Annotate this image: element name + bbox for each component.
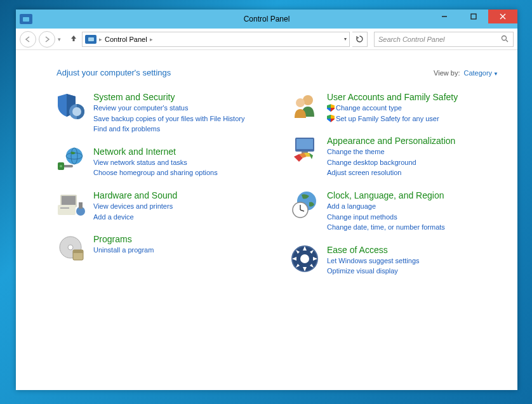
- link-label: Set up Family Safety for any user: [336, 115, 439, 122]
- programs-icon: [57, 233, 86, 263]
- link-label: Add a device: [93, 213, 134, 221]
- ease-of-access-icon: [290, 244, 319, 273]
- back-button[interactable]: [20, 31, 36, 48]
- category-title-network-and-internet[interactable]: Network and Internet: [93, 146, 265, 157]
- clock-language-and-region-icon: [290, 190, 319, 219]
- category-body: User Accounts and Family SafetyChange ac…: [327, 91, 498, 124]
- link-let-windows-suggest-settings[interactable]: Let Windows suggest settings: [327, 256, 498, 266]
- category-title-hardware-and-sound[interactable]: Hardware and Sound: [93, 190, 265, 201]
- category-body: Appearance and PersonalizationChange the…: [327, 135, 498, 178]
- link-change-the-theme[interactable]: Change the theme: [327, 147, 498, 157]
- category-body: Network and InternetView network status …: [93, 146, 265, 178]
- forward-button[interactable]: [39, 31, 55, 48]
- link-label: Uninstall a program: [93, 246, 154, 254]
- link-change-input-methods[interactable]: Change input methods: [327, 212, 498, 223]
- svg-rect-19: [79, 202, 83, 209]
- category-network-and-internet: Network and InternetView network status …: [57, 146, 265, 178]
- link-set-up-family-safety-for-any-user[interactable]: Set up Family Safety for any user: [327, 114, 498, 124]
- viewby-value[interactable]: Category: [463, 69, 492, 77]
- right-column: User Accounts and Family SafetyChange ac…: [290, 91, 498, 277]
- category-system-and-security: System and SecurityReview your computer'…: [57, 91, 265, 134]
- svg-point-8: [66, 148, 83, 164]
- link-label: Choose homegroup and sharing options: [93, 169, 218, 176]
- link-optimize-visual-display[interactable]: Optimize visual display: [327, 266, 498, 277]
- link-change-date-time-or-number-formats[interactable]: Change date, time, or number formats: [327, 222, 498, 233]
- category-hardware-and-sound: Hardware and SoundView devices and print…: [57, 190, 265, 222]
- svg-rect-28: [296, 139, 313, 149]
- link-label: Change account type: [336, 104, 402, 112]
- viewby-dropdown-icon[interactable]: ▼: [493, 71, 498, 77]
- link-label: View devices and printers: [93, 202, 173, 210]
- link-change-account-type[interactable]: Change account type: [327, 103, 498, 114]
- window-controls: [430, 10, 517, 23]
- category-title-system-and-security[interactable]: System and Security: [93, 91, 265, 103]
- titlebar[interactable]: Control Panel: [16, 10, 517, 29]
- svg-point-7: [72, 107, 81, 116]
- svg-point-4: [502, 36, 507, 41]
- link-label: Let Windows suggest settings: [327, 257, 420, 264]
- maximize-button[interactable]: [459, 10, 488, 23]
- breadcrumb-sep[interactable]: ▸: [150, 36, 153, 42]
- link-add-a-device[interactable]: Add a device: [93, 212, 265, 223]
- link-change-desktop-background[interactable]: Change desktop background: [327, 157, 498, 168]
- control-panel-window: Control Panel ▾ ▸ Control Panel: [16, 10, 517, 390]
- breadcrumb-root[interactable]: Control Panel: [105, 36, 147, 43]
- category-body: Hardware and SoundView devices and print…: [93, 190, 265, 222]
- link-review-your-computer-s-status[interactable]: Review your computer's status: [93, 103, 265, 114]
- appearance-and-personalization-icon: [290, 135, 319, 164]
- hardware-and-sound-icon: [57, 190, 86, 219]
- address-dropdown[interactable]: ▾: [344, 36, 347, 42]
- link-uninstall-a-program[interactable]: Uninstall a program: [93, 245, 265, 256]
- search-icon: [501, 35, 509, 43]
- system-and-security-icon: [57, 91, 86, 121]
- category-title-programs[interactable]: Programs: [93, 233, 265, 245]
- svg-rect-1: [471, 14, 476, 19]
- link-label: Change desktop background: [327, 159, 416, 166]
- content-area: Adjust your computer's settings View by:…: [16, 50, 517, 390]
- category-body: ProgramsUninstall a program: [93, 233, 265, 263]
- category-programs: ProgramsUninstall a program: [57, 233, 265, 263]
- navbar: ▾ ▸ Control Panel ▸ ▾ Search Control Pan…: [16, 29, 517, 50]
- link-add-a-language[interactable]: Add a language: [327, 201, 498, 212]
- control-panel-icon: [85, 35, 96, 44]
- category-title-appearance-and-personalization[interactable]: Appearance and Personalization: [327, 135, 498, 147]
- minimize-button[interactable]: [430, 10, 459, 23]
- svg-point-37: [300, 254, 309, 263]
- link-adjust-screen-resolution[interactable]: Adjust screen resolution: [327, 167, 498, 178]
- left-column: System and SecurityReview your computer'…: [57, 91, 265, 277]
- link-save-backup-copies-of-your-files-with-file-history[interactable]: Save backup copies of your files with Fi…: [93, 114, 265, 124]
- uac-shield-icon: [327, 115, 335, 122]
- svg-rect-16: [58, 205, 76, 215]
- link-label: Change the theme: [327, 148, 385, 155]
- link-label: Add a language: [327, 202, 376, 210]
- page-heading: Adjust your computer's settings: [57, 68, 171, 77]
- search-input[interactable]: Search Control Panel: [374, 32, 514, 47]
- categories-grid: System and SecurityReview your computer'…: [57, 91, 498, 277]
- link-choose-homegroup-and-sharing-options[interactable]: Choose homegroup and sharing options: [93, 167, 265, 178]
- link-label: Review your computer's status: [93, 104, 188, 112]
- category-ease-of-access: Ease of AccessLet Windows suggest settin…: [290, 244, 498, 277]
- link-label: Change input methods: [327, 213, 397, 221]
- svg-point-13: [60, 165, 62, 167]
- category-title-clock-language-and-region[interactable]: Clock, Language, and Region: [327, 190, 498, 201]
- close-button[interactable]: [488, 10, 517, 23]
- address-bar[interactable]: ▸ Control Panel ▸ ▾: [82, 32, 350, 47]
- svg-rect-17: [60, 207, 69, 209]
- category-appearance-and-personalization: Appearance and PersonalizationChange the…: [290, 135, 498, 178]
- history-dropdown[interactable]: ▾: [58, 36, 65, 42]
- network-and-internet-icon: [57, 146, 86, 175]
- link-label: Adjust screen resolution: [327, 169, 401, 176]
- link-view-network-status-and-tasks[interactable]: View network status and tasks: [93, 157, 265, 168]
- category-title-user-accounts-and-family-safety[interactable]: User Accounts and Family Safety: [327, 91, 498, 103]
- up-button[interactable]: [68, 34, 79, 44]
- link-view-devices-and-printers[interactable]: View devices and printers: [93, 201, 265, 212]
- category-body: Ease of AccessLet Windows suggest settin…: [327, 244, 498, 277]
- category-title-ease-of-access[interactable]: Ease of Access: [327, 244, 498, 256]
- link-find-and-fix-problems[interactable]: Find and fix problems: [93, 124, 265, 134]
- search-placeholder: Search Control Panel: [378, 36, 445, 43]
- svg-line-5: [506, 40, 508, 42]
- refresh-button[interactable]: [352, 32, 368, 47]
- link-label: Optimize visual display: [327, 267, 398, 275]
- uac-shield-icon: [327, 104, 335, 112]
- link-label: Change date, time, or number formats: [327, 223, 445, 231]
